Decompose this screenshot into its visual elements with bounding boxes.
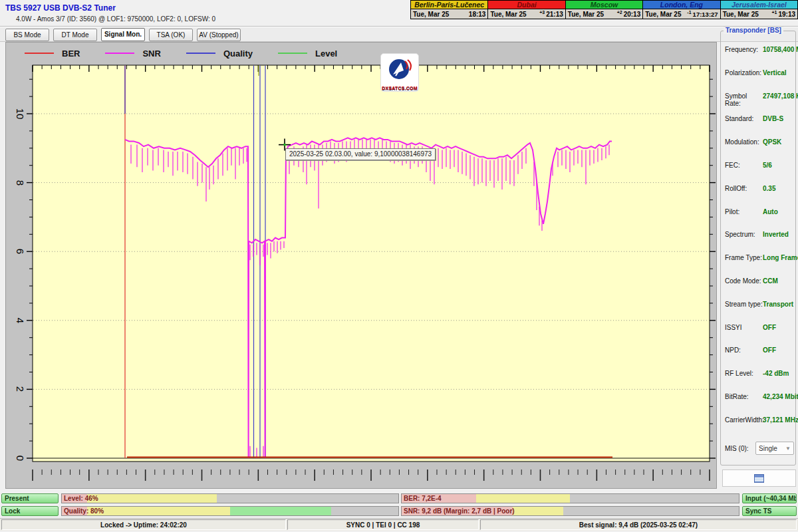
status-sync-counters: SYNC 0 | TEI 0 | CC 198 — [287, 519, 479, 530]
y-axis-label-10: 10 — [13, 104, 27, 124]
clock-utc-offset: +1 — [771, 10, 777, 15]
bar-segment — [476, 494, 571, 503]
clock-2: DubaiTue, Mar 25+321:13 — [488, 1, 565, 19]
field-value: Inverted — [763, 231, 789, 238]
field-row-standard: Standard:DVB-S — [725, 115, 794, 122]
bar-label: Level: 46% — [64, 495, 98, 502]
mis-selected-value: Single — [759, 445, 777, 452]
signal-monitor-chart[interactable]: BERSNRQualityLevel 1086420 2025-03-25 02… — [5, 42, 717, 489]
bar-segment — [87, 507, 230, 515]
field-row-modulation: Modulation:QPSK — [725, 138, 794, 146]
field-label: RF Level: — [725, 370, 763, 377]
chevron-down-icon: ▼ — [785, 446, 791, 452]
y-axis-label-8: 8 — [13, 173, 27, 193]
status-lock-uptime: Locked -> Uptime: 24:02:20 — [1, 519, 286, 530]
clock-time-value: 17:13:27 — [693, 11, 718, 18]
field-value: 42,234 Mbit/s — [763, 393, 798, 400]
clock-utc-offset: +3 — [539, 10, 545, 15]
field-label: ISSYI — [725, 324, 763, 331]
field-row-polarization: Polarization:Vertical — [725, 69, 794, 76]
app-title: TBS 5927 USB DVB-S2 Tuner — [5, 3, 116, 13]
transponder-panel-title: Transponder [BS] — [724, 27, 783, 34]
field-label: Symbol Rate: — [725, 92, 763, 107]
transponder-panel: Transponder [BS] MIS (0): Single ▼ Frequ… — [720, 31, 796, 466]
field-value: Long Frame — [763, 254, 798, 261]
clock-city-name: London, Eng — [643, 1, 720, 9]
clock-date: Tue, Mar 25 — [568, 11, 617, 18]
tab-av-stopped-[interactable]: AV (Stopped) — [197, 29, 241, 41]
field-row-frametype: Frame Type:Long Frame — [725, 254, 794, 261]
tab-tsa-ok-[interactable]: TSA (OK) — [149, 29, 193, 41]
y-axis-label-6: 6 — [13, 241, 27, 261]
mis-row: MIS (0): Single ▼ — [725, 442, 794, 455]
tab-signal-mon-[interactable]: Signal Mon. — [101, 28, 145, 41]
field-label: CarrierWidth: — [725, 416, 763, 424]
bar-label: SNR: 9,2 dB (Margin: 2,7 dB | Poor) — [404, 507, 515, 515]
field-row-codemode: Code Mode:CCM — [725, 277, 794, 285]
field-label: Spectrum: — [725, 231, 763, 238]
field-label: RollOff: — [725, 185, 763, 192]
mode-tab-bar: BS ModeDT ModeSignal Mon.TSA (OK)AV (Sto… — [0, 27, 798, 42]
bar-level: Level: 46% — [61, 493, 399, 503]
field-row-rflevel: RF Level:-42 dBm — [725, 370, 794, 377]
bar-label: Quality: 80% — [64, 507, 104, 515]
field-label: Frame Type: — [725, 254, 763, 261]
clock-5: Jerusalem-IsraelTue, Mar 25+119:13 — [721, 1, 797, 19]
bar-snr: SNR: 9,2 dB (Margin: 2,7 dB | Poor) — [401, 506, 739, 516]
field-value: DVB-S — [763, 115, 783, 122]
field-row-fec: FEC:5/6 — [725, 162, 794, 169]
bar-ber: BER: 7,2E-4 — [401, 493, 739, 503]
clock-4: London, EngTue, Mar 25-117:13:27 — [643, 1, 720, 19]
y-axis-label-0: 0 — [13, 448, 27, 468]
signal-plot[interactable] — [6, 43, 716, 488]
field-value: OFF — [763, 324, 776, 331]
clock-city-name: Moscow — [566, 1, 642, 9]
pill-present: Present — [1, 493, 59, 503]
field-row-streamtype: Stream type:Transport — [725, 301, 794, 308]
field-value: OFF — [763, 346, 776, 354]
status-line: Locked -> Uptime: 24:02:20 SYNC 0 | TEI … — [0, 518, 798, 531]
clock-city-name: Dubai — [488, 1, 565, 9]
panel-window-button[interactable] — [722, 469, 796, 487]
mis-select-dropdown[interactable]: Single ▼ — [755, 442, 794, 455]
field-value: Vertical — [763, 69, 787, 76]
field-value: QPSK — [763, 138, 781, 146]
field-row-carrierwidth: CarrierWidth:37,121 MHz — [725, 416, 794, 424]
field-row-npd: NPD:OFF — [725, 346, 794, 354]
clock-time-value: 18:13 — [469, 11, 486, 18]
bar-label: BER: 7,2E-4 — [404, 495, 442, 502]
clock-time-row: Tue, Mar 25+119:13 — [721, 9, 797, 19]
clock-time-row: Tue, Mar 25+220:13 — [566, 9, 642, 19]
bar-segment — [87, 494, 217, 503]
bar-quality: Quality: 80% — [61, 506, 399, 516]
mis-label: MIS (0): — [725, 445, 755, 452]
y-axis-label-2: 2 — [13, 379, 27, 399]
pill-sync-ts: Sync TS — [742, 506, 797, 516]
tab-dt-mode[interactable]: DT Mode — [53, 29, 97, 41]
status-best-signal: Best signal: 9,4 dB (2025-03-25 02:47) — [480, 519, 797, 530]
clock-time-value: 20:13 — [624, 11, 641, 18]
clock-1: Berlin-Paris-LučenecTue, Mar 2518:13 — [411, 1, 488, 19]
clock-utc-offset: -1 — [687, 10, 691, 15]
clock-time-row: Tue, Mar 25+321:13 — [488, 9, 565, 19]
field-value: 10758,400 MHz — [763, 46, 798, 53]
logo-text: DXSATCS.COM — [381, 86, 418, 90]
clock-time-row: Tue, Mar 2518:13 — [411, 9, 487, 19]
status-bars-area: PresentLevel: 46%BER: 7,2E-4Input (~40,3… — [0, 492, 798, 518]
field-row-symbolrate: Symbol Rate:27497,108 KS/s — [725, 92, 794, 107]
pill-lock: Lock — [1, 506, 59, 516]
field-label: FEC: — [725, 162, 763, 169]
clock-date: Tue, Mar 25 — [490, 11, 539, 18]
satellite-info-subtitle: 4.0W - Amos 3/7 (ID: 3560) @ LOF1: 97500… — [16, 15, 215, 23]
clock-date: Tue, Mar 25 — [645, 11, 687, 18]
clock-time-value: 19:13 — [778, 11, 795, 18]
field-row-frequency: Frequency:10758,400 MHz — [725, 46, 794, 53]
field-row-issyi: ISSYIOFF — [725, 324, 794, 331]
dxsatcs-logo: DXSATCS.COM — [380, 53, 419, 92]
field-label: Frequency: — [725, 46, 763, 53]
field-label: BitRate: — [725, 393, 763, 400]
field-value: Transport — [763, 301, 793, 308]
tab-bs-mode[interactable]: BS Mode — [5, 29, 49, 41]
window-lines-icon — [754, 474, 764, 483]
plot-area — [33, 65, 710, 462]
